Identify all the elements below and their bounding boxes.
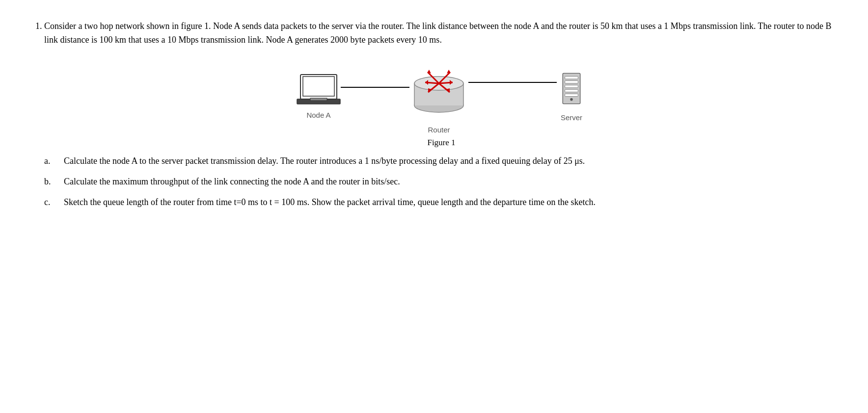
- svg-rect-3: [310, 98, 327, 101]
- svg-rect-22: [565, 76, 578, 78]
- svg-rect-26: [565, 94, 578, 96]
- server-item: Server: [557, 71, 586, 122]
- sub-label-c: c.: [44, 196, 64, 209]
- svg-rect-24: [565, 85, 578, 87]
- line-router-to-server: [468, 82, 557, 83]
- question-container: Consider a two hop network shown in figu…: [29, 20, 839, 209]
- router-icon: [409, 59, 468, 123]
- sub-question-b: b. Calculate the maximum throughput of t…: [44, 175, 839, 189]
- svg-rect-23: [565, 80, 578, 83]
- node-a-item: Node A: [297, 74, 341, 119]
- svg-point-27: [570, 98, 572, 101]
- server-icon: [557, 71, 586, 110]
- sub-text-c: Sketch the queue length of the router fr…: [64, 196, 839, 209]
- router-label: Router: [428, 126, 450, 134]
- svg-rect-25: [565, 89, 578, 92]
- node-a-label: Node A: [306, 111, 330, 119]
- svg-rect-1: [303, 77, 334, 96]
- line-a-to-router: [341, 87, 409, 88]
- sub-question-a: a. Calculate the node A to the server pa…: [44, 155, 839, 168]
- sub-text-b: Calculate the maximum throughput of the …: [64, 175, 839, 189]
- main-question-list: Consider a two hop network shown in figu…: [29, 20, 839, 209]
- node-a-laptop-icon: [297, 74, 341, 108]
- sub-label-b: b.: [44, 175, 64, 189]
- diagram-row: Node A: [44, 59, 839, 134]
- sub-questions-list: a. Calculate the node A to the server pa…: [44, 155, 839, 209]
- sub-text-a: Calculate the node A to the server packe…: [64, 155, 839, 168]
- sub-question-c: c. Sketch the queue length of the router…: [44, 196, 839, 209]
- router-item: Router: [409, 59, 468, 134]
- figure-1-container: Node A: [44, 59, 839, 148]
- sub-label-a: a.: [44, 155, 64, 168]
- question-main-text: Consider a two hop network shown in figu…: [44, 21, 832, 45]
- figure-caption: Figure 1: [427, 138, 455, 148]
- question-1: Consider a two hop network shown in figu…: [44, 20, 839, 209]
- server-label: Server: [561, 113, 582, 122]
